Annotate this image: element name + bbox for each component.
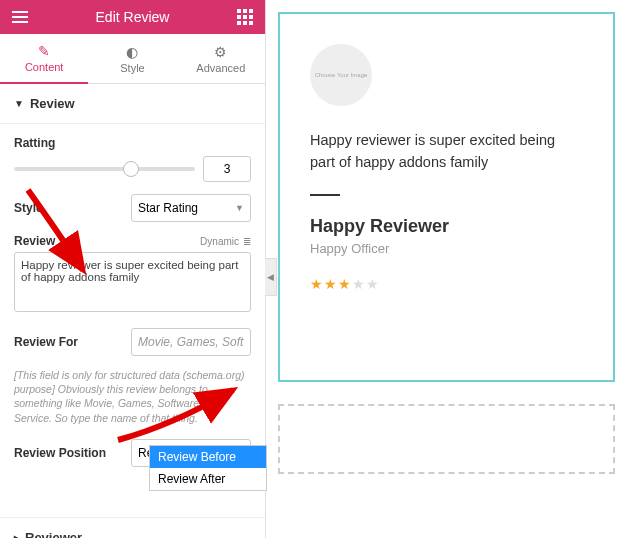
style-select[interactable]: Star Rating ▼	[131, 194, 251, 222]
database-icon: ≣	[243, 236, 251, 247]
section-reviewer-header[interactable]: ▸ Reviewer	[0, 517, 265, 538]
section-review-header[interactable]: ▼ Review	[0, 84, 265, 124]
section-review-body: Ratting Style Star Rating ▼ Review Dynam…	[0, 124, 265, 491]
review-for-input[interactable]	[131, 328, 251, 356]
tab-label: Style	[120, 62, 144, 74]
grid-icon	[237, 9, 253, 25]
dynamic-toggle[interactable]: Dynamic ≣	[200, 236, 251, 247]
contrast-icon: ◐	[126, 44, 138, 60]
avatar-placeholder[interactable]: Choose Your Image	[310, 44, 372, 106]
review-text-preview: Happy reviewer is super excited being pa…	[310, 130, 583, 174]
rating-input[interactable]	[203, 156, 251, 182]
empty-widget-placeholder[interactable]	[278, 404, 615, 474]
pencil-icon: ✎	[38, 43, 50, 59]
collapse-panel-button[interactable]: ◀	[265, 258, 277, 296]
slider-thumb[interactable]	[123, 161, 139, 177]
reviewer-role: Happy Officer	[310, 241, 583, 256]
star-icon: ★	[324, 276, 338, 292]
dropdown-option[interactable]: Review After	[150, 468, 266, 490]
review-position-label: Review Position	[14, 446, 106, 460]
hamburger-icon	[12, 11, 28, 23]
widgets-button[interactable]	[225, 0, 265, 34]
chevron-down-icon: ▼	[235, 203, 244, 213]
star-icon: ★	[310, 276, 324, 292]
style-label: Style	[14, 201, 43, 215]
preview-area: ◀ Choose Your Image Happy reviewer is su…	[266, 0, 627, 538]
chevron-right-icon: ▸	[14, 532, 19, 538]
review-for-label: Review For	[14, 335, 78, 349]
tab-style[interactable]: ◐ Style	[88, 34, 176, 83]
tab-bar: ✎ Content ◐ Style ⚙ Advanced	[0, 34, 265, 84]
tab-label: Advanced	[196, 62, 245, 74]
tab-label: Content	[25, 61, 64, 73]
section-title: Review	[30, 96, 75, 111]
panel-title: Edit Review	[40, 9, 225, 25]
star-icon: ★	[338, 276, 352, 292]
review-position-dropdown: Review Before Review After	[149, 445, 267, 491]
tab-advanced[interactable]: ⚙ Advanced	[177, 34, 265, 83]
reviewer-name: Happy Reviewer	[310, 216, 583, 237]
dropdown-option[interactable]: Review Before	[150, 446, 266, 468]
section-title: Reviewer	[25, 530, 82, 538]
rating-label: Ratting	[14, 136, 251, 150]
sidebar-panel: Edit Review ✎ Content ◐ Style ⚙ Advanced…	[0, 0, 266, 538]
star-rating: ★★★★★	[310, 276, 583, 292]
menu-button[interactable]	[0, 0, 40, 34]
dynamic-label-text: Dynamic	[200, 236, 239, 247]
rating-slider[interactable]	[14, 167, 195, 171]
review-label: Review	[14, 234, 55, 248]
help-text: [This field is only for structured data …	[14, 368, 251, 425]
review-card-preview[interactable]: Choose Your Image Happy reviewer is supe…	[278, 12, 615, 382]
select-value: Star Rating	[138, 201, 198, 215]
avatar-placeholder-text: Choose Your Image	[315, 72, 368, 78]
review-textarea[interactable]	[14, 252, 251, 312]
panel-header: Edit Review	[0, 0, 265, 34]
chevron-down-icon: ▼	[14, 98, 24, 109]
gear-icon: ⚙	[214, 44, 227, 60]
tab-content[interactable]: ✎ Content	[0, 34, 88, 84]
star-icon: ★	[352, 276, 366, 292]
divider	[310, 194, 340, 196]
star-icon: ★	[366, 276, 380, 292]
